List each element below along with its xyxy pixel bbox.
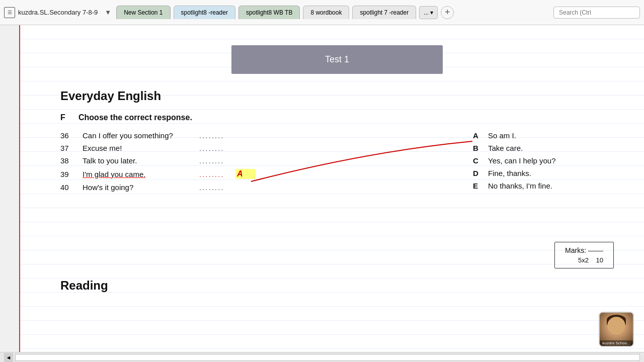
- left-sidebar: [0, 25, 20, 362]
- tab-spotlight7-reader[interactable]: spotlight 7 -reader: [352, 6, 416, 19]
- q-dots-36: ........: [199, 131, 229, 140]
- q-text-38: Talk to you later.: [83, 156, 193, 165]
- marks-label: Marks:: [565, 246, 603, 254]
- bottombar: ◄: [0, 352, 644, 362]
- main-content: Test 1 Everyday English F Choose the cor…: [20, 25, 644, 352]
- answer-row-E: E No thanks, I'm fine.: [473, 182, 614, 190]
- dropdown-button[interactable]: ▼: [103, 8, 113, 17]
- q-dots-38: ........: [199, 156, 229, 165]
- add-tab-button[interactable]: +: [441, 6, 454, 19]
- scroll-left-button[interactable]: ◄: [4, 353, 13, 362]
- q-dots-37: ........: [199, 144, 229, 152]
- ans-text-B: Take care.: [488, 144, 523, 152]
- chevron-down-icon: ▾: [430, 9, 433, 16]
- ans-letter-A: A: [473, 131, 483, 140]
- avatar-label: kuzdra Schoo...: [600, 340, 633, 346]
- exercise-label: F Choose the correct response.: [60, 113, 614, 122]
- tab-new-section[interactable]: New Section 1: [116, 6, 170, 19]
- q-dots-39: ........: [199, 170, 229, 178]
- ans-letter-E: E: [473, 182, 483, 190]
- exercise-letter: F: [60, 113, 70, 122]
- reading-heading: Reading: [60, 279, 614, 293]
- q-answer-written-39: A: [235, 169, 256, 179]
- avatar: kuzdra Schoo...: [599, 312, 634, 347]
- ans-text-C: Yes, can I help you?: [488, 156, 556, 165]
- marks-box: Marks: 5x2 10: [60, 242, 614, 268]
- answer-row-C: C Yes, can I help you?: [473, 156, 614, 165]
- marks-denom: 5x2 10: [565, 256, 603, 264]
- tab-spotlight8-wb[interactable]: spotlight8 WB TB: [238, 6, 300, 19]
- ans-letter-C: C: [473, 156, 483, 165]
- more-tabs-button[interactable]: ... ▾: [419, 6, 438, 19]
- ans-text-A: So am I.: [488, 131, 516, 140]
- avatar-face: [607, 317, 625, 335]
- q-dots-40: ........: [199, 183, 229, 192]
- ans-text-D: Fine, thanks.: [488, 169, 531, 177]
- answer-row-A: A So am I.: [473, 131, 614, 140]
- questions-area: 36 Can I offer you something? ........ 3…: [60, 131, 614, 232]
- exercise-instruction: Choose the correct response.: [78, 113, 192, 122]
- question-row-40: 40 How's it going? ........: [60, 183, 473, 192]
- ans-text-E: No thanks, I'm fine.: [488, 182, 552, 190]
- question-row-38: 38 Talk to you later. ........: [60, 156, 473, 165]
- question-row-37: 37 Excuse me! ........: [60, 144, 473, 152]
- app-icon: ☰: [4, 7, 15, 18]
- q-num-39: 39: [60, 170, 76, 178]
- q-text-40: How's it going?: [83, 183, 193, 192]
- q-text-37: Excuse me!: [83, 144, 193, 152]
- answer-row-B: B Take care.: [473, 144, 614, 152]
- app-icon-symbol: ☰: [8, 10, 12, 15]
- ans-letter-B: B: [473, 144, 483, 152]
- test-title: Test 1: [325, 54, 349, 64]
- search-input[interactable]: [553, 7, 640, 19]
- ans-letter-D: D: [473, 169, 483, 177]
- q-num-36: 36: [60, 131, 76, 140]
- tab-8wordbook[interactable]: 8 wordbook: [303, 6, 349, 19]
- q-num-38: 38: [60, 156, 76, 165]
- test-banner: Test 1: [231, 45, 443, 74]
- q-num-37: 37: [60, 144, 76, 152]
- answers-right: A So am I. B Take care. C Yes, can I hel…: [473, 131, 614, 232]
- topbar: ☰ kuzdra.SL.Secondary 7-8-9 ▼ New Sectio…: [0, 0, 644, 25]
- q-num-40: 40: [60, 183, 76, 192]
- question-row-36: 36 Can I offer you something? ........: [60, 131, 473, 140]
- question-row-39: 39 I'm glad you came. ........ A: [60, 169, 473, 179]
- app-title: kuzdra.SL.Secondary 7-8-9: [18, 9, 98, 16]
- marks-bracket: Marks: 5x2 10: [554, 242, 614, 268]
- bottom-text-area[interactable]: [15, 354, 640, 361]
- section-heading: Everyday English: [60, 89, 614, 103]
- tab-spotlight8-reader[interactable]: spotlight8 -reader: [174, 6, 235, 19]
- q-text-36: Can I offer you something?: [83, 131, 193, 140]
- avatar-image: kuzdra Schoo...: [600, 313, 633, 346]
- answer-row-D: D Fine, thanks.: [473, 169, 614, 177]
- questions-left: 36 Can I offer you something? ........ 3…: [60, 131, 473, 232]
- q-text-39: I'm glad you came.: [83, 170, 193, 178]
